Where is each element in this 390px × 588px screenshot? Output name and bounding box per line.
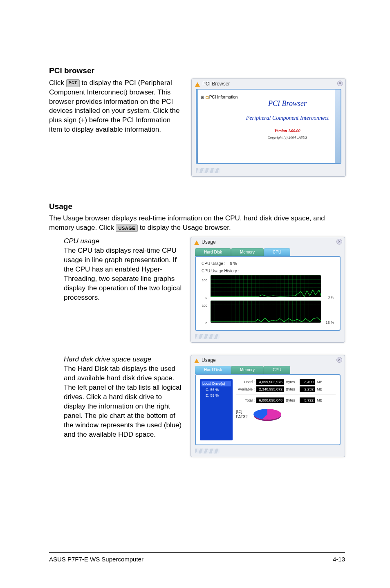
cpu-usage-label: CPU Usage :	[202, 261, 225, 266]
cpu-pct-1: 3 %	[323, 295, 334, 301]
app-icon	[194, 240, 199, 245]
cpu-graph-2	[211, 301, 321, 323]
close-icon[interactable]: ✕	[336, 357, 342, 363]
total-mb: 5,722	[300, 397, 315, 403]
app-icon	[194, 358, 199, 363]
hdd-usage-paragraph: The Hard Disk tab displays the used and …	[64, 364, 182, 440]
unit-bytes: Bytes	[286, 379, 298, 384]
window-grip	[195, 334, 220, 339]
unit-bytes: Bytes	[286, 387, 298, 392]
footer-product: ASUS P7F7-E WS Supercomputer	[49, 555, 143, 563]
cpu-pct-2: 15 %	[323, 320, 334, 326]
y-max: 100	[202, 278, 207, 283]
divider	[236, 395, 336, 395]
cpu-history-label: CPU Usage History :	[202, 268, 334, 274]
text: Click	[49, 79, 66, 87]
available-mb: 2,232	[300, 386, 315, 392]
pci-tree[interactable]: 🗀PCI Information	[199, 91, 240, 162]
subheading-cpu-usage: CPU usage	[64, 237, 182, 246]
y-max: 100	[202, 304, 207, 308]
window-grip	[195, 449, 220, 453]
used-mb: 3,490	[300, 379, 315, 385]
cpu-usage-paragraph: The CPU tab displays real-time CPU usage…	[64, 246, 182, 303]
used-bytes: 3,659,902,976	[256, 379, 284, 385]
usage-button-inline: USAGE	[116, 224, 138, 232]
usage-hdd-window: Usage ✕ Hard Disk Memory CPU Local Drive…	[191, 355, 345, 457]
total-label: Total :	[236, 398, 255, 403]
tab-hard-disk[interactable]: Hard Disk	[195, 248, 231, 256]
usage-intro-paragraph: The Usage browser displays real-time inf…	[49, 214, 345, 233]
pci-paragraph: Click PCI to display the PCI (Peripheral…	[49, 79, 184, 135]
cpu-graph-1	[211, 275, 321, 297]
filesystem-label: FAT32	[236, 414, 248, 420]
drive-tree[interactable]: Local Drive(s) C: 56 % D: 59 %	[200, 379, 233, 440]
scroll-up-icon[interactable]	[336, 90, 340, 94]
tree-drive-c[interactable]: C: 56 %	[202, 387, 231, 392]
cpu-usage-value: 9 %	[230, 261, 237, 266]
unit-bytes: Bytes	[286, 398, 298, 403]
subheading-hdd-usage: Hard disk drive space usage	[64, 355, 182, 364]
pci-subtitle: Peripheral Component Interconnect	[240, 114, 335, 122]
tree-drive-d[interactable]: D: 59 %	[202, 393, 231, 398]
text: to display the PCI (Peripheral Component…	[49, 79, 179, 134]
used-label: Used :	[236, 379, 255, 384]
close-icon[interactable]: ✕	[337, 81, 343, 86]
pie-chart	[253, 409, 281, 420]
pci-copyright: Copyright (c) 2004 , ASUS	[240, 135, 335, 140]
tab-cpu[interactable]: CPU	[264, 248, 290, 256]
pci-main-title: PCI Browser	[240, 99, 335, 108]
tab-memory[interactable]: Memory	[231, 366, 264, 374]
heading-pci-browser: PCI browser	[49, 65, 345, 76]
window-title: Usage	[202, 239, 216, 245]
tree-item-label: PCI Information	[209, 95, 238, 99]
pci-browser-window: PCI Browser ✕ 🗀PCI Information PCI Brows…	[191, 79, 346, 177]
scroll-down-icon[interactable]	[336, 158, 340, 162]
window-grip	[196, 168, 220, 173]
tab-cpu[interactable]: CPU	[264, 366, 290, 374]
heading-usage: Usage	[49, 201, 345, 212]
tree-root[interactable]: Local Drive(s)	[202, 381, 231, 386]
unit-mb: MB	[317, 387, 323, 392]
drive-letter-label: [C:]	[236, 409, 248, 414]
unit-mb: MB	[317, 398, 323, 403]
pci-version: Version 1.00.00	[240, 128, 335, 134]
page-footer: ASUS P7F7-E WS Supercomputer 4-13	[49, 552, 345, 563]
available-bytes: 2,340,995,072	[256, 386, 284, 392]
tab-hard-disk[interactable]: Hard Disk	[195, 366, 231, 374]
app-icon	[195, 82, 200, 87]
folder-icon: 🗀	[205, 95, 209, 99]
window-title: PCI Browser	[202, 81, 230, 87]
unit-mb: MB	[317, 379, 323, 384]
footer-page-number: 4-13	[333, 555, 345, 563]
y-min: 0	[202, 321, 207, 326]
tab-memory[interactable]: Memory	[231, 248, 264, 256]
text: to display the Usage browser.	[140, 224, 231, 231]
y-min: 0	[202, 296, 207, 301]
total-bytes: 6,000,898,048	[256, 397, 284, 403]
pci-button-inline: PCI	[66, 79, 80, 87]
available-label: Available :	[236, 387, 255, 392]
window-title: Usage	[202, 357, 216, 364]
usage-cpu-window: Usage ✕ Hard Disk Memory CPU CPU Usage :…	[191, 237, 345, 343]
